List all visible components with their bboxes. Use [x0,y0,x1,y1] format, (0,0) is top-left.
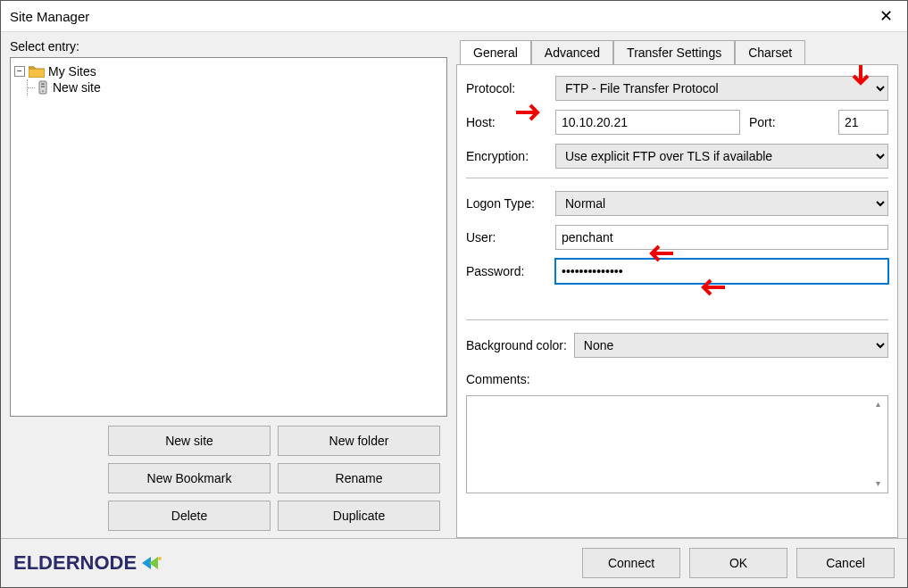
site-tree[interactable]: − My Sites New site [10,57,447,417]
tree-root-label: My Sites [48,64,96,79]
duplicate-button[interactable]: Duplicate [278,501,440,531]
new-site-button[interactable]: New site [108,426,271,456]
logo-text-2: NODE [80,551,137,575]
bgcolor-select[interactable]: None [574,333,888,358]
ok-button[interactable]: OK [689,548,787,578]
svg-rect-2 [41,86,45,87]
svg-point-3 [42,90,44,92]
cancel-button[interactable]: Cancel [796,548,895,578]
tab-charset[interactable]: Charset [735,40,805,65]
tree-root-my-sites[interactable]: − My Sites [14,63,443,79]
user-input[interactable] [555,225,888,250]
scroll-up-icon[interactable]: ▴ [871,399,885,413]
rename-button[interactable]: Rename [278,463,440,493]
tab-advanced[interactable]: Advanced [531,40,613,65]
logo-arrow-icon [140,553,163,573]
port-label: Port: [749,115,831,129]
tree-item-label: New site [53,80,101,95]
tab-transfer-settings[interactable]: Transfer Settings [613,40,735,65]
svg-point-4 [158,557,162,560]
password-label: Password: [466,264,548,278]
host-input[interactable] [555,110,740,135]
svg-rect-1 [41,83,45,85]
select-entry-label: Select entry: [10,39,447,54]
eldernode-logo: ELDERNODE [13,551,163,575]
tree-collapse-icon[interactable]: − [14,66,25,77]
new-bookmark-button[interactable]: New Bookmark [108,463,271,493]
tab-general[interactable]: General [460,40,531,65]
close-icon[interactable]: ✕ [874,6,898,26]
connect-button[interactable]: Connect [582,548,680,578]
server-icon [37,80,49,95]
logon-type-select[interactable]: Normal [555,191,888,216]
tree-item-new-site[interactable]: New site [27,79,443,95]
port-input[interactable] [838,110,888,135]
protocol-label: Protocol: [466,81,548,95]
folder-icon [29,65,45,78]
comments-textarea[interactable] [466,395,888,493]
password-input[interactable] [555,259,888,284]
general-panel: Protocol: FTP - File Transfer Protocol H… [456,64,898,538]
window-title: Site Manager [10,9,89,24]
new-folder-button[interactable]: New folder [278,426,440,456]
encryption-select[interactable]: Use explicit FTP over TLS if available [555,144,888,169]
scroll-down-icon[interactable]: ▾ [871,478,885,493]
bgcolor-label: Background color: [466,338,567,352]
encryption-label: Encryption: [466,149,548,163]
protocol-select[interactable]: FTP - File Transfer Protocol [555,76,888,101]
user-label: User: [466,230,548,244]
logon-type-label: Logon Type: [466,196,548,211]
delete-button[interactable]: Delete [108,501,271,531]
logo-text-1: ELDER [13,551,80,575]
host-label: Host: [466,115,548,129]
comments-label: Comments: [466,372,530,386]
